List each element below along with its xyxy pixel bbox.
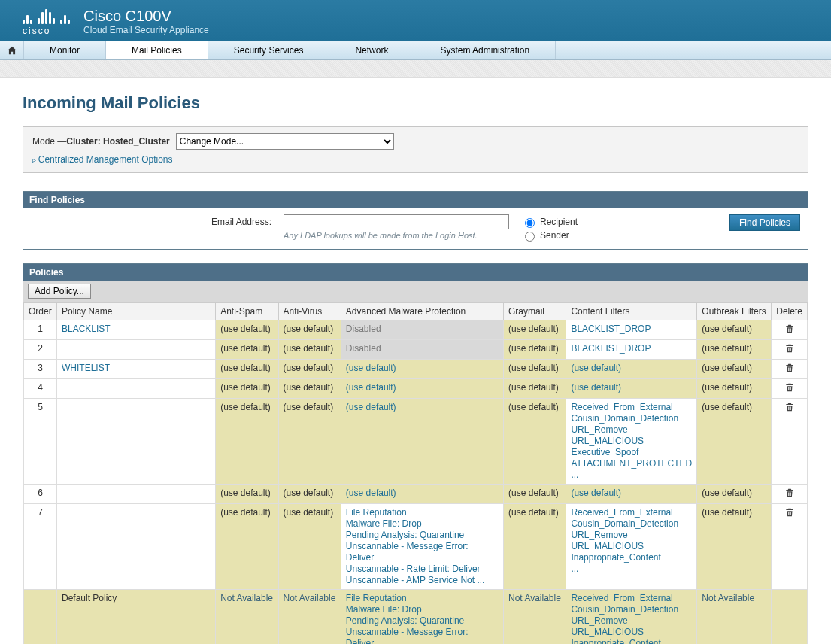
cell-order: 7	[24, 504, 57, 590]
cell-amp: Disabled	[341, 320, 503, 340]
cell-amp[interactable]: (use default)	[341, 379, 503, 399]
nav-tab-mail-policies[interactable]: Mail Policies	[106, 41, 208, 59]
nav-tab-monitor[interactable]: Monitor	[24, 41, 106, 59]
delete-icon[interactable]	[784, 363, 795, 375]
home-icon	[7, 45, 17, 56]
recipient-radio-label[interactable]: Recipient	[521, 216, 578, 228]
cell-delete[interactable]	[772, 399, 808, 485]
cell-of: (use default)	[697, 504, 772, 590]
table-row: 1BLACKLIST(use default)(use default)Disa…	[24, 320, 808, 340]
cell-av: (use default)	[278, 360, 341, 379]
table-row: 4(use default)(use default)(use default)…	[24, 379, 808, 399]
find-policies-header: Find Policies	[23, 192, 808, 208]
cell-amp[interactable]: File ReputationMalware File: DropPending…	[341, 504, 503, 590]
cell-delete	[772, 590, 808, 645]
cell-cf[interactable]: Received_From_ExternalCousin_Domain_Dete…	[566, 399, 697, 485]
delete-icon[interactable]	[784, 507, 795, 520]
cell-cf[interactable]: (use default)	[566, 360, 697, 379]
cell-order: 2	[24, 340, 57, 360]
table-row: 6(use default)(use default)(use default)…	[24, 485, 808, 504]
cell-order: 3	[24, 360, 57, 379]
cell-policy-name	[56, 340, 215, 360]
cell-av: (use default)	[278, 320, 341, 340]
cell-av: (use default)	[278, 399, 341, 485]
cell-cf[interactable]: (use default)	[566, 485, 697, 504]
nav-tab-system-administration[interactable]: System Administration	[414, 41, 556, 59]
cell-cf[interactable]: Received_From_ExternalCousin_Domain_Dete…	[566, 590, 697, 645]
page-title: Incoming Mail Policies	[23, 93, 808, 113]
product-block: Cisco C100V Cloud Email Security Applian…	[83, 8, 209, 35]
cisco-logo-bars-icon	[23, 9, 70, 24]
cell-cf[interactable]: (use default)	[566, 379, 697, 399]
delete-icon[interactable]	[784, 402, 795, 415]
cell-gray: (use default)	[504, 504, 566, 590]
cell-as: (use default)	[216, 485, 278, 504]
cisco-logo-text: cisco	[23, 26, 70, 36]
delete-icon[interactable]	[784, 488, 795, 500]
cell-delete[interactable]	[772, 360, 808, 379]
delete-icon[interactable]	[784, 343, 795, 356]
cell-delete[interactable]	[772, 320, 808, 340]
cell-of: (use default)	[697, 360, 772, 379]
cell-policy-name	[56, 485, 215, 504]
cell-as: (use default)	[216, 399, 278, 485]
cell-of: (use default)	[697, 399, 772, 485]
cell-delete[interactable]	[772, 379, 808, 399]
cell-cf[interactable]: BLACKLIST_DROP	[566, 340, 697, 360]
table-row: 7(use default)(use default)File Reputati…	[24, 504, 808, 590]
subheader-band	[0, 60, 831, 78]
recipient-radio[interactable]	[525, 218, 535, 228]
cell-policy-name	[56, 504, 215, 590]
sender-radio-label[interactable]: Sender	[521, 229, 578, 242]
cell-gray: (use default)	[504, 485, 566, 504]
cell-cf[interactable]: Received_From_ExternalCousin_Domain_Dete…	[566, 504, 697, 590]
cell-gray: (use default)	[504, 320, 566, 340]
nav-tab-network[interactable]: Network	[329, 41, 414, 59]
nav-home-button[interactable]	[0, 41, 24, 59]
email-address-input[interactable]	[284, 214, 509, 229]
delete-icon[interactable]	[784, 324, 795, 336]
cell-amp[interactable]: (use default)	[341, 399, 503, 485]
cell-order: 4	[24, 379, 57, 399]
add-policy-button[interactable]: Add Policy...	[28, 284, 91, 299]
main-nav: MonitorMail PoliciesSecurity ServicesNet…	[0, 41, 831, 60]
cell-order: 6	[24, 485, 57, 504]
email-address-label: Email Address:	[31, 214, 271, 227]
cisco-logo: cisco	[23, 9, 70, 36]
product-title: Cisco C100V	[83, 8, 209, 25]
cell-policy-name[interactable]: WHITELIST	[56, 360, 215, 379]
mode-select[interactable]: Change Mode...	[176, 133, 394, 150]
mode-box: Mode —Cluster: Hosted_Cluster Change Mod…	[23, 126, 808, 173]
cell-av: Not Available	[278, 590, 341, 645]
cell-amp[interactable]: File ReputationMalware File: DropPending…	[341, 590, 503, 645]
cell-delete[interactable]	[772, 504, 808, 590]
cell-gray: (use default)	[504, 379, 566, 399]
policies-header: Policies	[23, 264, 808, 281]
cell-as: (use default)	[216, 504, 278, 590]
cell-order	[24, 590, 57, 645]
cell-delete[interactable]	[772, 485, 808, 504]
col-header-policy-name: Policy Name	[56, 303, 215, 320]
nav-tab-security-services[interactable]: Security Services	[208, 41, 330, 59]
centralized-management-options-link[interactable]: Centralized Management Options	[32, 154, 799, 165]
policies-panel: Policies Add Policy... OrderPolicy NameA…	[23, 263, 808, 644]
table-row: 3WHITELIST(use default)(use default)(use…	[24, 360, 808, 379]
col-header-content-filters: Content Filters	[566, 303, 697, 320]
cell-policy-name	[56, 379, 215, 399]
sender-radio[interactable]	[525, 232, 535, 242]
cell-cf[interactable]: BLACKLIST_DROP	[566, 320, 697, 340]
cell-amp[interactable]: (use default)	[341, 360, 503, 379]
cell-policy-name[interactable]: BLACKLIST	[56, 320, 215, 340]
cell-gray: (use default)	[504, 340, 566, 360]
cell-amp[interactable]: (use default)	[341, 485, 503, 504]
col-header-outbreak-filters: Outbreak Filters	[697, 303, 772, 320]
delete-icon[interactable]	[784, 382, 795, 395]
cell-gray: (use default)	[504, 360, 566, 379]
cell-of: (use default)	[697, 485, 772, 504]
col-header-delete: Delete	[772, 303, 808, 320]
table-row-default-policy: Default PolicyNot AvailableNot Available…	[24, 590, 808, 645]
cell-gray: Not Available	[504, 590, 566, 645]
find-policies-button[interactable]: Find Policies	[729, 214, 800, 231]
cell-delete[interactable]	[772, 340, 808, 360]
cell-as: (use default)	[216, 379, 278, 399]
